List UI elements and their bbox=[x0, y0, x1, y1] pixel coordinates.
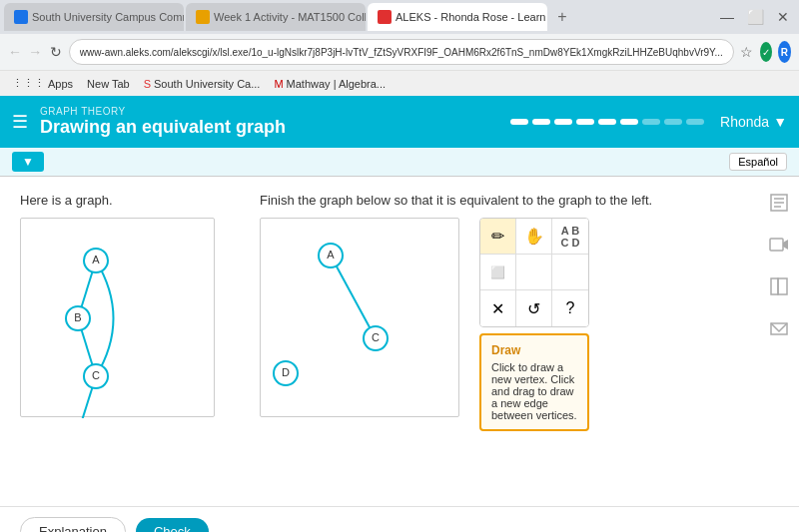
dot-5 bbox=[598, 119, 616, 125]
bookmark-mathway[interactable]: M Mathway | Algebra... bbox=[270, 76, 390, 92]
tooltip-text: Click to draw a new vertex. Click and dr… bbox=[491, 361, 577, 421]
sidebar-mail-button[interactable] bbox=[763, 312, 795, 344]
video-icon bbox=[769, 235, 789, 255]
dot-1 bbox=[510, 119, 528, 125]
bookmark-su-label: South University Ca... bbox=[154, 78, 260, 90]
bookmark-apps-label: Apps bbox=[48, 78, 73, 90]
url-input[interactable]: www-awn.aleks.com/alekscgi/x/lsl.exe/1o_… bbox=[69, 39, 734, 65]
svg-rect-7 bbox=[778, 278, 787, 294]
check-button[interactable]: Check bbox=[136, 518, 209, 532]
dot-2 bbox=[532, 119, 550, 125]
tab-3[interactable]: ALEKS - Rhonda Rose - Learn ... ✕ bbox=[368, 3, 547, 31]
tool-empty2 bbox=[552, 255, 588, 290]
tab3-favicon bbox=[378, 10, 392, 24]
sidebar-video-button[interactable] bbox=[763, 229, 795, 261]
finish-edge-AC bbox=[331, 256, 376, 338]
bookmark-apps[interactable]: ⋮⋮⋮ Apps bbox=[8, 75, 77, 92]
tooltip-title: Draw bbox=[491, 343, 577, 357]
forward-button[interactable]: → bbox=[28, 40, 42, 64]
espanol-button[interactable]: Español bbox=[729, 153, 787, 171]
bookmark-su-icon: S bbox=[144, 78, 151, 90]
tools-panel: ✏ ✋ A BC D ⬜ ✕ ↺ ? bbox=[479, 218, 589, 431]
user-name: Rhonda bbox=[720, 114, 769, 130]
app-header: ☰ GRAPH THEORY Drawing an equivalent gra… bbox=[0, 96, 799, 148]
dropdown-toggle[interactable]: ▼ bbox=[12, 152, 44, 172]
vertex-B-label: B bbox=[74, 311, 81, 323]
header-title-area: GRAPH THEORY Drawing an equivalent graph bbox=[40, 106, 510, 138]
reload-button[interactable]: ↻ bbox=[48, 40, 62, 64]
dropdown-bar: ▼ Español bbox=[0, 148, 799, 177]
bookmark-mw-icon: M bbox=[274, 78, 283, 90]
tools-row-1: ✏ ✋ A BC D bbox=[480, 219, 588, 255]
sidebar-notes-button[interactable] bbox=[763, 187, 795, 219]
security-icon: ✓ bbox=[760, 42, 772, 62]
tab2-label: Week 1 Activity - MAT1500 Coll... bbox=[214, 11, 366, 23]
bookmark-mw-label: Mathway | Algebra... bbox=[287, 78, 386, 90]
minimize-button[interactable]: — bbox=[715, 5, 739, 29]
dot-4 bbox=[576, 119, 594, 125]
edge-AC-curve bbox=[96, 261, 114, 376]
tab-2[interactable]: Week 1 Activity - MAT1500 Coll... ✕ bbox=[186, 3, 366, 31]
finish-graph-svg: A C D bbox=[261, 219, 460, 418]
tools-row-3: ✕ ↺ ? bbox=[480, 290, 588, 326]
tool-help[interactable]: ? bbox=[552, 290, 588, 326]
finish-vertex-D-label: D bbox=[282, 366, 290, 378]
tool-pencil[interactable]: ✏ bbox=[480, 219, 516, 255]
footer: Explanation Check bbox=[0, 506, 799, 532]
right-sidebar bbox=[759, 177, 799, 506]
dot-7 bbox=[642, 119, 660, 125]
tool-close[interactable]: ✕ bbox=[480, 290, 516, 326]
finish-vertex-A-label: A bbox=[327, 249, 335, 261]
tool-label[interactable]: A BC D bbox=[552, 219, 588, 255]
tab-1[interactable]: South University Campus Comm... ✕ bbox=[4, 3, 184, 31]
notes-icon bbox=[769, 193, 789, 213]
tab1-label: South University Campus Comm... bbox=[32, 11, 184, 23]
user-menu-button[interactable]: Rhonda ▼ bbox=[720, 114, 787, 130]
address-bar: ← → ↻ www-awn.aleks.com/alekscgi/x/lsl.e… bbox=[0, 34, 799, 70]
mail-icon bbox=[769, 318, 789, 338]
progress-dots bbox=[510, 119, 704, 125]
finish-graph-canvas[interactable]: A C D bbox=[260, 218, 459, 417]
progress-container bbox=[510, 119, 704, 125]
back-button[interactable]: ← bbox=[8, 40, 22, 64]
close-window-button[interactable]: ✕ bbox=[771, 5, 795, 29]
header-title: Drawing an equivalent graph bbox=[40, 117, 510, 138]
vertex-C-label: C bbox=[92, 369, 100, 381]
bookmark-star[interactable]: ☆ bbox=[740, 40, 754, 64]
dot-9 bbox=[686, 119, 704, 125]
tool-tooltip: Draw Click to draw a new vertex. Click a… bbox=[479, 333, 589, 431]
svg-rect-4 bbox=[770, 239, 783, 251]
svg-rect-6 bbox=[771, 278, 778, 294]
browser-chrome: South University Campus Comm... ✕ Week 1… bbox=[0, 0, 799, 96]
right-instruction: Finish the graph below so that it is equ… bbox=[260, 193, 779, 208]
tab2-favicon bbox=[196, 10, 210, 24]
vertex-A-label: A bbox=[92, 254, 100, 266]
tool-empty1 bbox=[516, 255, 552, 290]
tab3-label: ALEKS - Rhonda Rose - Learn ... bbox=[396, 11, 547, 23]
bookmark-southuniv[interactable]: S South University Ca... bbox=[140, 76, 265, 92]
new-tab-button[interactable]: + bbox=[549, 4, 575, 30]
dot-6 bbox=[620, 119, 638, 125]
sidebar-book-button[interactable] bbox=[763, 270, 795, 302]
right-panel: Finish the graph below so that it is equ… bbox=[260, 193, 779, 490]
bookmark-newtab[interactable]: New Tab bbox=[83, 76, 134, 92]
tool-hand[interactable]: ✋ bbox=[516, 219, 552, 255]
maximize-button[interactable]: ⬜ bbox=[743, 5, 767, 29]
tools-row-2: ⬜ bbox=[480, 255, 588, 290]
left-panel: Here is a graph. A B C D bbox=[20, 193, 240, 490]
book-icon bbox=[769, 276, 789, 296]
user-avatar[interactable]: R bbox=[778, 41, 791, 63]
tool-undo[interactable]: ↺ bbox=[516, 290, 552, 326]
left-graph-canvas: A B C D bbox=[20, 218, 215, 417]
left-graph-svg: A B C D bbox=[21, 219, 216, 418]
tool-eraser[interactable]: ⬜ bbox=[480, 255, 516, 290]
dot-3 bbox=[554, 119, 572, 125]
tab-bar: South University Campus Comm... ✕ Week 1… bbox=[0, 0, 799, 34]
finish-vertex-C-label: C bbox=[372, 331, 380, 343]
hamburger-menu[interactable]: ☰ bbox=[12, 111, 28, 133]
bookmarks-bar: ⋮⋮⋮ Apps New Tab S South University Ca..… bbox=[0, 70, 799, 96]
left-instruction: Here is a graph. bbox=[20, 193, 240, 208]
dot-8 bbox=[664, 119, 682, 125]
explanation-button[interactable]: Explanation bbox=[20, 517, 126, 532]
header-section: GRAPH THEORY bbox=[40, 106, 510, 117]
